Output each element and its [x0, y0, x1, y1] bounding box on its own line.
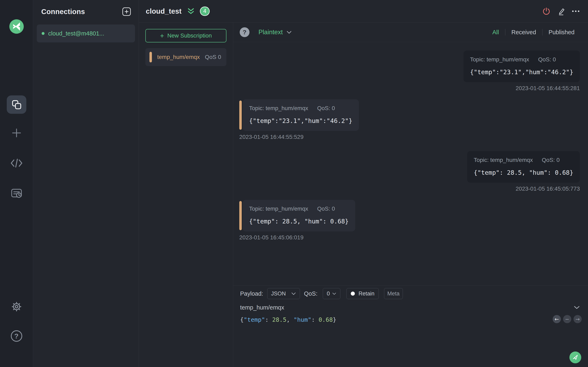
message-timestamp: 2023-01-05 16:45:06:019 [239, 234, 303, 241]
code-icon [10, 158, 23, 168]
history-clear-button[interactable]: − [563, 315, 571, 323]
add-connection-button[interactable] [122, 7, 131, 16]
topic-input[interactable]: temp_hum/emqx [240, 304, 574, 311]
message-timestamp: 2023-01-05 16:44:55:529 [239, 134, 303, 140]
nav-settings-button[interactable] [10, 300, 23, 313]
history-prev-button[interactable]: ← [553, 315, 561, 323]
nav-connections-button[interactable] [7, 95, 26, 114]
plus-icon [11, 127, 22, 139]
log-icon [10, 187, 23, 199]
message-stream[interactable]: Topic: temp_hum/emqx QoS: 0 {"temp":"23.… [233, 42, 588, 285]
collapse-editor-chevron-icon[interactable] [574, 306, 580, 309]
message-topic: Topic: temp_hum/emqx [470, 56, 529, 63]
message-topic: Topic: temp_hum/emqx [249, 206, 308, 212]
message-qos: QoS: 0 [538, 56, 556, 63]
qos-label: QoS: [304, 290, 318, 297]
editor-token: : [311, 316, 319, 323]
message-payload: {"temp": 28.5, "hum": 0.68} [474, 169, 573, 176]
history-next-button[interactable]: → [573, 315, 582, 323]
tab-published[interactable]: Published [543, 29, 581, 36]
message-topic: Topic: temp_hum/emqx [474, 157, 533, 163]
publish-panel: Payload: JSON QoS: 0 Retain [233, 285, 588, 367]
published-message: Topic: temp_hum/emqx QoS: 0 {"temp":"23.… [463, 50, 580, 92]
connected-status-dot [42, 32, 44, 35]
published-message: Topic: temp_hum/emqx QoS: 0 {"temp": 28.… [467, 151, 580, 192]
message-direction-tabs: All Received Published [486, 29, 581, 36]
qos-dropdown[interactable]: 0 [323, 288, 340, 299]
subscription-item[interactable]: temp_hum/emqx QoS 0 [145, 48, 226, 66]
send-plane-icon [571, 353, 579, 361]
editor-token: "temp" [243, 316, 265, 323]
payload-format-dropdown[interactable]: JSON [267, 288, 300, 299]
send-button[interactable] [570, 351, 581, 363]
retain-dot-icon [351, 292, 355, 296]
mqttx-app: ? Connections cloud_test@m4801... cloud_… [0, 0, 588, 367]
tab-all[interactable]: All [486, 29, 505, 36]
subscription-topic: temp_hum/emqx [157, 54, 205, 60]
message-topic: Topic: temp_hum/emqx [249, 105, 308, 111]
connection-title: cloud_test [146, 7, 182, 15]
editor-token: { [240, 316, 243, 323]
editor-token: 28.5 [272, 316, 286, 323]
nav-script-button[interactable] [10, 157, 23, 170]
messages-column: ? Plaintext All Received Published [233, 22, 588, 367]
meta-button[interactable]: Meta [384, 288, 403, 299]
subscription-color-bar [239, 100, 242, 130]
main-area: cloud_test 4 [139, 0, 588, 367]
question-icon: ? [14, 332, 18, 340]
chevron-down-icon [286, 31, 292, 34]
connection-item-cloud-test[interactable]: cloud_test@m4801... [37, 25, 135, 42]
nav-rail: ? [0, 0, 33, 367]
subscription-qos: QoS 0 [205, 54, 221, 60]
payload-format-help-icon[interactable]: ? [240, 27, 250, 37]
plus-icon: + [160, 32, 164, 39]
retain-label: Retain [359, 291, 374, 297]
message-filter-bar: ? Plaintext All Received Published [233, 22, 588, 42]
editor-token: } [333, 316, 336, 323]
editor-token: : [265, 316, 272, 323]
message-payload: {"temp":"23.1","hum":"46.2"} [470, 68, 573, 76]
connections-panel-title: Connections [41, 8, 85, 16]
unread-count-badge[interactable]: 4 [200, 7, 210, 16]
subscription-color-bar [239, 201, 242, 230]
payload-format-value: JSON [271, 291, 286, 297]
disconnect-button[interactable] [542, 7, 551, 16]
nav-new-connection-button[interactable] [10, 127, 23, 139]
gear-icon [10, 300, 23, 313]
mqttx-logo [8, 18, 25, 35]
more-options-button[interactable] [571, 7, 580, 16]
received-message: Topic: temp_hum/emqx QoS: 0 {"temp": 28.… [239, 200, 355, 241]
payload-label: Payload: [240, 290, 263, 297]
connection-header: cloud_test 4 [139, 0, 588, 22]
received-message: Topic: temp_hum/emqx QoS: 0 {"temp":"23.… [239, 99, 359, 140]
nav-help-button[interactable]: ? [11, 330, 22, 342]
payload-format-select[interactable]: Plaintext [259, 29, 292, 36]
payload-history-controls: ← − → [553, 315, 582, 323]
message-timestamp: 2023-01-05 16:44:55:281 [516, 85, 580, 92]
payload-format-value: Plaintext [259, 29, 283, 36]
message-payload: {"temp": 28.5, "hum": 0.68} [249, 218, 349, 225]
connections-icon [11, 99, 22, 110]
nav-log-button[interactable] [10, 187, 23, 200]
retain-toggle[interactable]: Retain [346, 288, 379, 299]
message-qos: QoS: 0 [542, 157, 560, 163]
message-payload: {"temp":"23.1","hum":"46.2"} [249, 117, 352, 124]
subscriptions-column: + New Subscription temp_hum/emqx QoS 0 [139, 22, 233, 367]
payload-editor[interactable]: {"temp": 28.5, "hum": 0.68} ← − → [233, 313, 588, 367]
edit-connection-button[interactable] [556, 7, 566, 16]
qos-value: 0 [327, 291, 330, 297]
new-subscription-label: New Subscription [167, 33, 212, 39]
message-timestamp: 2023-01-05 16:45:05:773 [516, 185, 580, 192]
connections-panel: Connections cloud_test@m4801... [33, 0, 139, 367]
message-qos: QoS: 0 [317, 206, 335, 212]
new-subscription-button[interactable]: + New Subscription [145, 29, 226, 42]
tab-received[interactable]: Received [505, 29, 542, 36]
editor-token: 0.68 [319, 316, 333, 323]
message-qos: QoS: 0 [317, 105, 335, 111]
editor-token: "hum" [294, 316, 311, 323]
editor-token: , [286, 316, 294, 323]
collapse-chevrons-icon[interactable] [187, 7, 195, 15]
connection-item-label: cloud_test@m4801... [48, 30, 104, 37]
subscription-color-bar [149, 52, 152, 62]
